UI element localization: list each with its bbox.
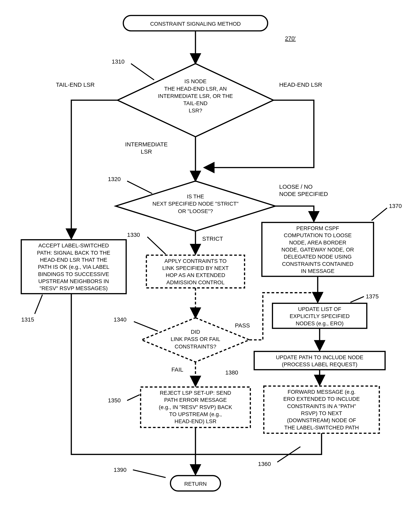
- svg-text:HEAD-END LSR THAT THE: HEAD-END LSR THAT THE: [40, 257, 107, 263]
- callout-1330: 1330: [127, 231, 140, 238]
- svg-text:FORWARD MESSAGE (e.g.: FORWARD MESSAGE (e.g.: [288, 389, 355, 395]
- svg-text:TO UPSTREAM (e.g.,: TO UPSTREAM (e.g.,: [169, 411, 222, 417]
- svg-text:(e.g., IN "RESV" RSVP) BACK: (e.g., IN "RESV" RSVP) BACK: [159, 404, 232, 410]
- svg-line-19: [372, 208, 387, 220]
- callout-1375: 1375: [366, 293, 379, 300]
- svg-line-29: [35, 295, 42, 314]
- svg-text:CONSTRAINTS IN A "PATH": CONSTRAINTS IN A "PATH": [287, 403, 356, 409]
- svg-text:ADMISSION CONTROL: ADMISSION CONTROL: [166, 279, 224, 285]
- process-1315: ACCEPT LABEL-SWITCHED PATH: SIGNAL BACK …: [21, 240, 126, 294]
- svg-text:INTERMEDIATE LSR, OR THE: INTERMEDIATE LSR, OR THE: [158, 93, 233, 99]
- svg-text:DID: DID: [191, 329, 200, 335]
- svg-text:LSR: LSR: [141, 148, 152, 155]
- svg-text:HEAD-END) LSR: HEAD-END) LSR: [175, 418, 217, 424]
- svg-text:PATH:  SIGNAL BACK TO THE: PATH: SIGNAL BACK TO THE: [37, 250, 110, 256]
- decision-1340: DID LINK PASS OR FAIL CONSTRAINTS?: [142, 318, 250, 362]
- svg-text:BINDINGS TO SUCCESSIVE: BINDINGS TO SUCCESSIVE: [38, 271, 109, 277]
- svg-text:LSR?: LSR?: [189, 107, 202, 114]
- branch-fail: FAIL: [171, 366, 184, 373]
- branch-pass: PASS: [235, 322, 250, 329]
- process-1360: FORWARD MESSAGE (e.g. ERO EXTENDED TO IN…: [264, 386, 379, 433]
- callout-1380: 1380: [225, 369, 238, 376]
- svg-text:(DOWNSTREAM) NODE OF: (DOWNSTREAM) NODE OF: [287, 417, 356, 423]
- process-1380: UPDATE PATH TO INCLUDE NODE (PROCESS LAB…: [254, 351, 385, 370]
- terminal-start: CONSTRAINT SIGNALING METHOD: [123, 16, 268, 31]
- svg-text:NODE, AREA BORDER: NODE, AREA BORDER: [289, 240, 346, 246]
- svg-text:"RESV" RSVP MESSAGES): "RESV" RSVP MESSAGES): [40, 285, 108, 291]
- callout-1315: 1315: [21, 316, 34, 323]
- svg-line-35: [147, 237, 166, 254]
- svg-text:CONSTRAINTS CONTAINED: CONSTRAINTS CONTAINED: [282, 261, 353, 267]
- svg-text:CONSTRAINTS?: CONSTRAINTS?: [175, 343, 216, 349]
- svg-text:IS NODE: IS NODE: [184, 78, 207, 84]
- svg-text:LOOSE / NO: LOOSE / NO: [279, 183, 313, 190]
- svg-text:ERO EXTENDED TO INCLUDE: ERO EXTENDED TO INCLUDE: [283, 396, 360, 402]
- svg-text:UPDATE LIST OF: UPDATE LIST OF: [298, 306, 341, 312]
- svg-text:EXPLICITLY SPECIFIED: EXPLICITLY SPECIFIED: [289, 313, 350, 319]
- svg-text:NODES (e.g., ERO): NODES (e.g., ERO): [296, 320, 343, 326]
- callout-1390: 1390: [114, 466, 126, 473]
- svg-text:IS THE: IS THE: [187, 193, 204, 200]
- callout-1310: 1310: [112, 58, 125, 65]
- process-1350: REJECT LSP SET-UP: SEND PATH ERROR MESSA…: [141, 387, 250, 428]
- svg-text:LINK PASS OR FAIL: LINK PASS OR FAIL: [171, 336, 220, 342]
- svg-text:LINK SPECIFIED BY NEXT: LINK SPECIFIED BY NEXT: [162, 265, 229, 271]
- callout-1350: 1350: [108, 397, 121, 403]
- svg-line-8: [131, 64, 154, 80]
- svg-text:NODE SPECIFIED: NODE SPECIFIED: [279, 191, 328, 197]
- svg-text:PATH ERROR MESSAGE: PATH ERROR MESSAGE: [164, 397, 227, 403]
- svg-text:INTERMEDIATE: INTERMEDIATE: [125, 141, 168, 148]
- svg-text:PATH IS OK (e.g., VIA LABEL: PATH IS OK (e.g., VIA LABEL: [38, 264, 109, 270]
- svg-text:RSVP) TO NEXT: RSVP) TO NEXT: [301, 410, 342, 416]
- svg-text:APPLY CONTRAINTS TO: APPLY CONTRAINTS TO: [164, 258, 227, 264]
- svg-text:UPDATE PATH TO INCLUDE NODE: UPDATE PATH TO INCLUDE NODE: [276, 354, 363, 360]
- decision-1310: IS NODE THE HEAD-END LSR, AN INTERMEDIAT…: [117, 64, 273, 137]
- svg-text:OR "LOOSE"?: OR "LOOSE"?: [178, 208, 213, 214]
- callout-1370: 1370: [389, 203, 402, 209]
- svg-text:REJECT LSP SET-UP:  SEND: REJECT LSP SET-UP: SEND: [160, 390, 231, 396]
- svg-line-68: [127, 395, 140, 400]
- branch-head: HEAD-END LSR: [279, 81, 322, 88]
- svg-text:NEXT SPECIFIED NODE "STRICT": NEXT SPECIFIED NODE "STRICT": [152, 201, 238, 207]
- svg-text:THE LABEL-SWITCHED PATH: THE LABEL-SWITCHED PATH: [284, 425, 359, 431]
- branch-strict: STRICT: [202, 236, 223, 242]
- process-1330: APPLY CONTRAINTS TO LINK SPECIFIED BY NE…: [146, 255, 245, 288]
- return-label: RETURN: [184, 481, 207, 487]
- svg-text:PERFORM CSPF: PERFORM CSPF: [296, 225, 339, 231]
- svg-text:TAIL-END: TAIL-END: [184, 100, 208, 106]
- svg-text:IN MESSAGE: IN MESSAGE: [301, 268, 334, 274]
- svg-line-16: [127, 181, 152, 194]
- svg-text:UPSTREAM NEIGHBORS IN: UPSTREAM NEIGHBORS IN: [38, 278, 109, 284]
- svg-text:HOP AS AN EXTENDED: HOP AS AN EXTENDED: [166, 272, 225, 278]
- svg-line-55: [350, 297, 364, 302]
- svg-text:DELEGATED NODE USING: DELEGATED NODE USING: [284, 254, 352, 260]
- flowchart: CONSTRAINT SIGNALING METHOD 270' IS NODE…: [4, 4, 416, 518]
- svg-line-50: [134, 322, 158, 331]
- ref-label: 270': [285, 35, 296, 42]
- callout-1360: 1360: [258, 461, 271, 467]
- process-1375: UPDATE LIST OF EXPLICITLY SPECIFIED NODE…: [272, 303, 367, 328]
- svg-text:ACCEPT LABEL-SWITCHED: ACCEPT LABEL-SWITCHED: [38, 243, 109, 249]
- terminal-return: RETURN: [170, 476, 220, 491]
- svg-text:(PROCESS LABEL REQUEST): (PROCESS LABEL REQUEST): [282, 361, 358, 367]
- start-label: CONSTRAINT SIGNALING METHOD: [150, 21, 241, 27]
- svg-text:THE HEAD-END LSR, AN: THE HEAD-END LSR, AN: [164, 86, 227, 92]
- svg-text:NODE, GATEWAY NODE, OR: NODE, GATEWAY NODE, OR: [281, 247, 354, 253]
- decision-1320: IS THE NEXT SPECIFIED NODE "STRICT" OR "…: [115, 181, 275, 231]
- callout-1320: 1320: [108, 176, 121, 182]
- process-1370: PERFORM CSPF COMPUTATION TO LOOSE NODE, …: [262, 222, 374, 276]
- svg-text:COMPUTATION TO LOOSE: COMPUTATION TO LOOSE: [284, 232, 352, 238]
- callout-1340: 1340: [114, 316, 126, 323]
- branch-tail: TAIL-END LSR: [56, 81, 95, 88]
- svg-line-78: [133, 470, 166, 478]
